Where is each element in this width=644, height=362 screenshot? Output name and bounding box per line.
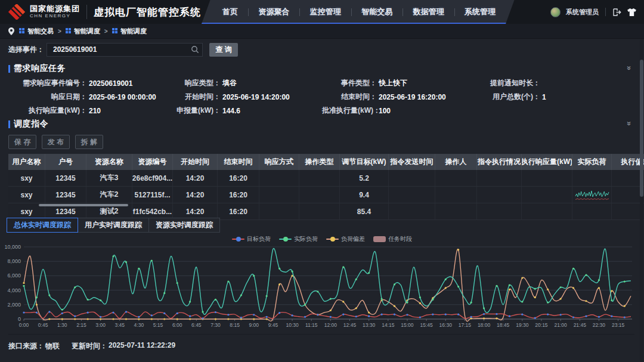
field-label: 响应类型：	[161, 78, 221, 88]
table-cell	[389, 203, 435, 219]
user-divider	[605, 8, 606, 16]
x-tick-label: 19:30	[516, 322, 529, 328]
nav-item-6[interactable]: 系统管理	[454, 7, 506, 17]
x-tick-label: 13:30	[363, 322, 376, 328]
tab-user-realtime-tracking[interactable]: 用户实时调度跟踪	[78, 218, 149, 233]
page-vertical-scrollbar-thumb[interactable]	[640, 60, 643, 197]
table-horizontal-scrollbar[interactable]	[39, 204, 128, 206]
actual-load-sparkline	[574, 188, 610, 202]
chn-energy-logo-icon	[8, 4, 26, 20]
x-tick-label: 9:00	[249, 322, 259, 328]
avatar[interactable]	[550, 7, 561, 17]
nav-item-3[interactable]: 监控管理	[300, 7, 351, 17]
chart-area: 目标负荷实际负荷负荷偏差任务时段 02,0004,0006,0008,00010…	[0, 234, 644, 333]
demand-response-header: 需求响应任务	[8, 63, 66, 74]
nav-item-5[interactable]: 数据管理	[403, 7, 454, 17]
field-label: 响应日期：	[0, 92, 87, 102]
table-cell	[522, 170, 572, 186]
logout-icon[interactable]	[612, 8, 621, 17]
legend-line-swatch	[279, 239, 292, 240]
source-value: 物联	[45, 341, 60, 351]
org-name-cn: 国家能源集团	[30, 5, 80, 13]
section-accent-bar	[8, 65, 10, 73]
disassemble-button[interactable]: 拆 解	[75, 135, 103, 149]
field-row: 响应日期：2025-06-19 00:00:00开始时间：2025-06-19 …	[0, 90, 644, 104]
dispatch-title: 调度指令	[14, 119, 48, 129]
table-cell	[259, 170, 299, 186]
tab-overall-realtime-tracking[interactable]: 总体实时调度跟踪	[7, 218, 78, 233]
table-row[interactable]: sxy12345汽车326e8cf904...14:2016:205.2	[8, 170, 644, 187]
table-cell	[572, 170, 612, 186]
field-row: 执行响应量(kW)：210申报量(kW)：144.6批准执行量(kW)：100	[0, 104, 644, 117]
field-label: 提前通知时长：	[483, 78, 540, 88]
theme-skin-icon[interactable]	[627, 8, 637, 17]
app-header: 国家能源集团 CHN ENERGY 虚拟电厂智能管控系统 首页资源聚合监控管理智…	[0, 0, 644, 24]
y-tick-label: 10,000	[5, 244, 21, 250]
menu-grid-icon	[19, 27, 24, 35]
column-header: 操作类型	[299, 154, 340, 170]
table-cell	[259, 203, 299, 219]
tracking-tabs: 总体实时调度跟踪用户实时调度跟踪资源实时调度跟踪	[7, 217, 220, 233]
column-header: 实际负荷	[572, 154, 612, 170]
table-cell: 9.4	[340, 187, 389, 203]
field-value: 100	[379, 107, 391, 115]
x-tick-label: 8:15	[230, 322, 240, 328]
app-title: 虚拟电厂智能管控系统	[94, 5, 201, 19]
table-cell	[477, 170, 522, 186]
field-label: 批准执行量(kW)：	[322, 106, 377, 116]
table-cell: 14:20	[173, 187, 218, 203]
table-cell: 5.2	[340, 170, 389, 186]
x-tick-label: 3:00	[95, 322, 106, 328]
field-value: 2025-06-19 00:00:00	[89, 93, 156, 101]
field-value: 2025-06-19 16:20:00	[379, 93, 446, 101]
section-accent-bar	[8, 120, 10, 128]
nav-item-4[interactable]: 智能交易	[351, 7, 402, 17]
table-cell	[389, 170, 435, 186]
collapse-chevron-icon[interactable]: »	[625, 66, 632, 70]
table-cell	[612, 203, 644, 219]
field-value: 20250619001	[89, 79, 132, 88]
x-tick-label: 0:45	[38, 322, 48, 328]
breadcrumb-item-3[interactable]: 智能调度	[112, 27, 147, 36]
field-value: 1	[542, 93, 546, 101]
x-tick-label: 11:15	[305, 322, 318, 328]
table-cell: 26e8cf904...	[132, 170, 173, 186]
search-icon	[191, 45, 199, 56]
query-button[interactable]: 查 询	[209, 43, 238, 57]
user-name[interactable]: 系统管理员	[566, 8, 599, 17]
column-header: 执行响应量(kW)	[522, 154, 572, 170]
field-label: 执行响应量(kW)：	[0, 106, 87, 116]
event-search-input[interactable]	[47, 43, 203, 57]
x-tick-label: 4:30	[134, 322, 144, 328]
tab-resource-realtime-tracking[interactable]: 资源实时调度跟踪	[148, 218, 220, 233]
app-root: 国家能源集团 CHN ENERGY 虚拟电厂智能管控系统 首页资源聚合监控管理智…	[0, 0, 644, 362]
legend-dot	[283, 237, 288, 242]
breadcrumb-item-2[interactable]: 智能调度	[66, 27, 100, 36]
nav-item-1[interactable]: 首页	[212, 7, 248, 17]
save-button[interactable]: 保 存	[8, 135, 36, 149]
y-tick-label: 2,000	[7, 302, 21, 308]
table-cell	[389, 187, 435, 203]
x-tick-label: 6:45	[191, 322, 202, 328]
breadcrumb-item-1[interactable]: 智能交易	[19, 27, 54, 36]
x-tick-label: 6:00	[172, 322, 182, 328]
breadcrumb-label: 智能调度	[120, 27, 147, 36]
dispatch-buttons: 保 存发 布拆 解	[8, 135, 103, 149]
collapse-chevron-icon[interactable]: »	[625, 121, 632, 125]
nav-item-2[interactable]: 资源聚合	[248, 7, 299, 17]
column-header: 指令发送时间	[389, 154, 435, 170]
table-row[interactable]: sxy12345汽车25127115f...14:2016:209.4	[8, 187, 644, 203]
x-tick-label: 1:30	[57, 322, 67, 328]
field-row: 需求响应事件编号：20250619001响应类型：填谷事件类型：快上快下提前通知…	[0, 76, 644, 90]
publish-button[interactable]: 发 布	[42, 135, 70, 149]
table-cell: 16:20	[218, 203, 259, 219]
column-header: 调节目标(kW)	[340, 154, 389, 170]
table-cell	[522, 187, 572, 203]
table-cell: 14:20	[173, 170, 218, 186]
field-cell: 结束时间：2025-06-19 16:20:00	[322, 92, 483, 102]
page-vertical-scrollbar-track[interactable]	[640, 39, 643, 362]
logo-divider	[86, 5, 87, 19]
field-label: 结束时间：	[322, 92, 377, 102]
x-tick-label: 21:00	[554, 322, 567, 328]
field-label: 申报量(kW)：	[161, 106, 221, 116]
